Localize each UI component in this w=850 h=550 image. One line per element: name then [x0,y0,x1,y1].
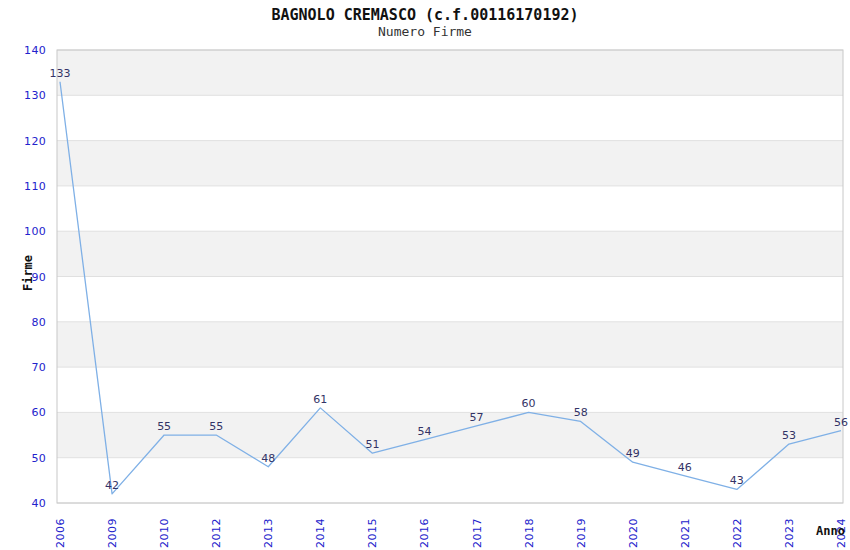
x-tick-label: 2013 [262,518,275,548]
point-label: 55 [157,420,171,433]
point-label: 54 [417,425,431,438]
x-tick-label: 2017 [471,518,484,548]
point-label: 55 [209,420,223,433]
x-tick-label: 2010 [158,518,171,548]
x-tick-label: 2023 [783,518,796,548]
plot-band [57,367,843,412]
y-tick-label: 110 [24,180,46,193]
x-tick-label: 2021 [679,518,692,548]
y-tick-label: 60 [31,406,46,419]
y-tick-label: 80 [31,316,46,329]
plot-band [57,95,843,140]
plot-band [57,231,843,276]
plot-band [57,277,843,322]
point-label: 53 [782,429,796,442]
x-tick-label: 2014 [314,518,327,548]
x-axis-label: Anno [816,524,845,538]
point-label: 51 [365,438,379,451]
x-tick-label: 2015 [366,518,379,548]
x-tick-label: 2019 [575,518,588,548]
point-label: 61 [313,393,327,406]
y-tick-label: 120 [24,135,46,148]
x-tick-label: 2009 [106,518,119,548]
y-tick-label: 70 [31,361,46,374]
plot-band [57,322,843,367]
point-label: 49 [626,447,640,460]
plot-band [57,50,843,95]
x-tick-label: 2016 [418,518,431,548]
plot-band [57,141,843,186]
line-plot: 4050607080901001101201301402006200920102… [0,0,850,550]
x-tick-label: 2018 [523,518,536,548]
point-label: 42 [105,479,119,492]
plot-band [57,186,843,231]
x-tick-label: 2022 [731,518,744,548]
point-label: 56 [834,416,848,429]
point-label: 133 [50,67,71,80]
point-label: 43 [730,474,744,487]
point-label: 58 [574,406,588,419]
point-label: 48 [261,452,275,465]
y-tick-label: 130 [24,89,46,102]
y-tick-label: 40 [31,497,46,510]
y-tick-label: 50 [31,452,46,465]
point-label: 60 [522,397,536,410]
point-label: 57 [470,411,484,424]
y-tick-label: 90 [31,271,46,284]
plot-band [57,458,843,503]
x-tick-label: 2012 [210,518,223,548]
x-tick-label: 2020 [627,518,640,548]
point-label: 46 [678,461,692,474]
chart-container: BAGNOLO CREMASCO (c.f.00116170192) Numer… [0,0,850,550]
y-tick-label: 100 [24,225,46,238]
x-tick-label: 2006 [54,518,67,548]
y-tick-label: 140 [24,44,46,57]
